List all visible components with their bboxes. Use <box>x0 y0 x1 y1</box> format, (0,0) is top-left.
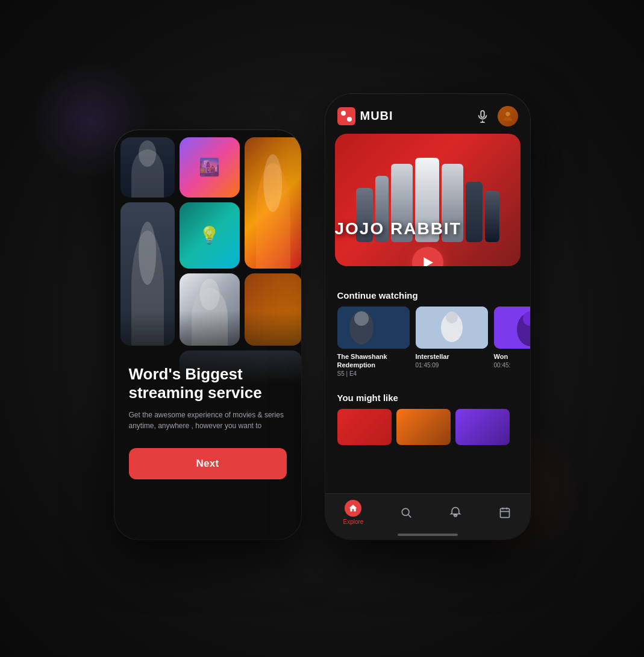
svg-point-9 <box>446 311 458 323</box>
continue-card-wonder[interactable]: Won 00:45: <box>494 307 530 378</box>
nav-calendar[interactable] <box>498 506 511 519</box>
wonder-thumbnail <box>494 307 530 349</box>
nav-explore[interactable]: Explore <box>343 500 364 525</box>
person-body-dark <box>131 149 164 198</box>
play-icon <box>424 257 433 266</box>
svg-line-14 <box>408 514 411 517</box>
shawshank-title: The ShawshankRedemption <box>337 352 410 370</box>
mosaic-tile-orange <box>245 137 301 269</box>
wonder-title: Won <box>494 352 530 361</box>
mubi-header-actions <box>476 106 518 126</box>
hero-movie-title: JOJO RABBIT <box>335 220 461 238</box>
bell-icon <box>449 506 462 519</box>
microphone-icon[interactable] <box>476 110 489 123</box>
you-might-like-list <box>325 409 530 451</box>
circuit-pattern: 💡 <box>180 202 240 269</box>
interstellar-meta: 01:45:09 <box>416 362 488 369</box>
onboarding-text-area: Word's Biggest streaming service Get the… <box>114 365 301 497</box>
character-6 <box>466 182 483 242</box>
next-button[interactable]: Next <box>129 448 287 479</box>
play-button[interactable] <box>412 247 443 266</box>
home-indicator <box>398 534 458 536</box>
continue-watching-list: The ShawshankRedemption S5 | E4 Interste… <box>325 307 530 378</box>
wonder-meta: 00:45: <box>494 362 530 369</box>
city-pattern: 🌆 <box>180 137 240 198</box>
movie-figure <box>245 137 301 269</box>
scene: 🌆 <box>0 0 644 657</box>
explore-label: Explore <box>343 518 364 525</box>
onboarding-content: 🌆 <box>114 130 301 540</box>
onboarding-subtext: Get the awesome experience of movies & s… <box>129 409 287 431</box>
mosaic-grid-container: 🌆 <box>114 130 301 383</box>
svg-point-3 <box>505 111 510 116</box>
mosaic-tile-purple: 🌆 <box>180 137 240 198</box>
shawshank-thumbnail <box>337 307 410 349</box>
character-7 <box>485 191 499 242</box>
person-figure-dark <box>120 137 175 198</box>
calendar-icon <box>498 506 511 519</box>
hero-movie-card[interactable]: JOJO RABBIT <box>335 134 521 266</box>
mubi-logo-icon <box>337 107 355 125</box>
person-body-orange <box>256 163 290 268</box>
like-card-3[interactable] <box>455 409 510 445</box>
mosaic-tile-dark <box>120 137 175 198</box>
svg-rect-15 <box>501 508 510 517</box>
mubi-logo-inner <box>341 111 352 122</box>
shawshank-meta: S5 | E4 <box>337 370 410 377</box>
mubi-brand: MUBI <box>337 107 393 125</box>
interstellar-thumbnail <box>416 307 488 349</box>
you-might-like-title: You might like <box>325 377 530 409</box>
bottom-navigation: Explore <box>325 493 530 540</box>
svg-point-6 <box>354 311 369 326</box>
user-avatar[interactable] <box>498 106 518 126</box>
nav-search[interactable] <box>399 506 413 519</box>
search-icon <box>399 506 413 519</box>
mubi-phone: MUBI <box>325 94 530 540</box>
mubi-app: MUBI <box>325 94 530 540</box>
continue-card-shawshank[interactable]: The ShawshankRedemption S5 | E4 <box>337 307 410 378</box>
svg-point-13 <box>402 508 410 515</box>
mosaic-tile-teal: 💡 <box>180 202 240 269</box>
nav-notifications[interactable] <box>449 506 462 519</box>
onboarding-phone: 🌆 <box>114 130 301 540</box>
like-card-1[interactable] <box>337 409 392 445</box>
continue-card-interstellar[interactable]: Interstellar 01:45:09 <box>416 307 488 378</box>
mubi-header: MUBI <box>325 94 530 134</box>
continue-watching-title: Continue watching <box>325 275 530 307</box>
like-card-2[interactable] <box>396 409 451 445</box>
explore-icon <box>345 500 361 517</box>
interstellar-title: Interstellar <box>416 352 488 361</box>
onboarding-headline: Word's Biggest streaming service <box>129 365 287 402</box>
mubi-app-name: MUBI <box>360 109 393 123</box>
svg-rect-0 <box>481 110 484 117</box>
